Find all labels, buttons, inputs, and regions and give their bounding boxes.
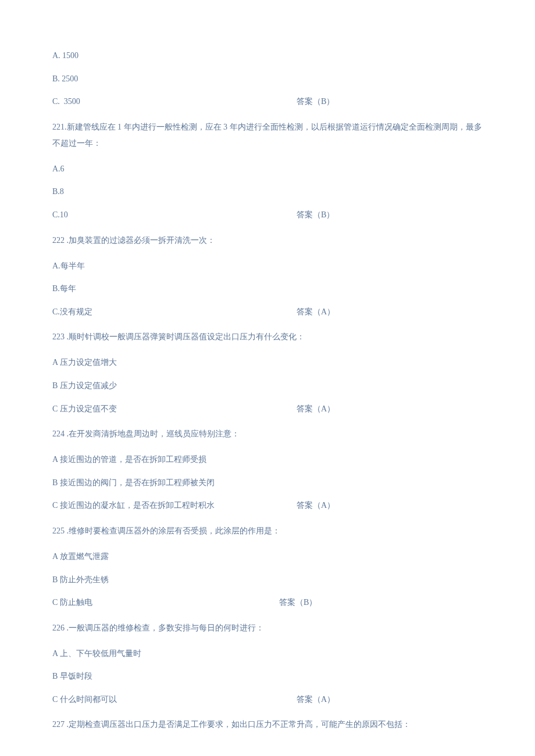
q226-option-a: A 上、下午较低用气量时 <box>52 648 483 660</box>
q221-option-b: B.8 <box>52 186 483 198</box>
q225-stem: 225 .维修时要检查调压器外的涂层有否受损，此涂层的作用是： <box>52 523 483 539</box>
prev-option-c: C. 3500 <box>52 96 297 108</box>
q223-option-a: A 压力设定值增大 <box>52 357 483 368</box>
q221-option-c: C.10 <box>52 209 297 221</box>
q222-stem: 222 .加臭装置的过滤器必须一拆开清洗一次： <box>52 232 483 249</box>
q222-option-b: B.每年 <box>52 283 483 295</box>
prev-option-a: A. 1500 <box>52 50 483 62</box>
q221-option-a: A.6 <box>52 163 483 175</box>
q224-option-c-row: C 接近围边的凝水缸，是否在拆卸工程时积水 答案（A） <box>52 500 483 511</box>
q223-answer: 答案（A） <box>297 403 335 415</box>
document-page: A. 1500 B. 2500 C. 3500 答案（B） 221.新建管线应在… <box>0 0 535 756</box>
q225-option-c: C 防止触电 <box>52 597 279 608</box>
prev-option-c-row: C. 3500 答案（B） <box>52 96 483 108</box>
q223-option-c: C 压力设定值不变 <box>52 403 297 415</box>
q226-option-b: B 早饭时段 <box>52 671 483 682</box>
q224-answer: 答案（A） <box>297 500 335 511</box>
q225-option-c-row: C 防止触电 答案（B） <box>52 597 483 608</box>
q226-answer: 答案（A） <box>297 694 335 705</box>
q227-stem: 227 .定期检查调压器出口压力是否满足工作要求，如出口压力不正常升高，可能产生… <box>52 716 483 733</box>
q221-option-c-row: C.10 答案（B） <box>52 209 483 221</box>
q226-option-c-row: C 什么时间都可以 答案（A） <box>52 694 483 705</box>
q222-option-c: C.没有规定 <box>52 306 297 318</box>
q225-option-b: B 防止外壳生锈 <box>52 574 483 586</box>
q224-option-c: C 接近围边的凝水缸，是否在拆卸工程时积水 <box>52 500 262 511</box>
q226-option-c: C 什么时间都可以 <box>52 694 297 705</box>
q223-option-c-row: C 压力设定值不变 答案（A） <box>52 403 483 415</box>
q221-answer: 答案（B） <box>297 209 334 221</box>
q225-answer: 答案（B） <box>279 597 317 608</box>
prev-option-b: B. 2500 <box>52 73 483 85</box>
q224-stem: 224 .在开发商清拆地盘周边时，巡线员应特别注意： <box>52 426 483 442</box>
q224-option-a: A 接近围边的管道，是否在拆卸工程师受损 <box>52 454 483 465</box>
q222-option-a: A.每半年 <box>52 260 483 272</box>
q222-option-c-row: C.没有规定 答案（A） <box>52 306 483 318</box>
q224-option-b: B 接近围边的阀门，是否在拆卸工程师被关闭 <box>52 477 483 489</box>
q225-option-a: A 放置燃气泄露 <box>52 551 483 562</box>
prev-answer: 答案（B） <box>297 96 334 108</box>
q223-option-b: B 压力设定值减少 <box>52 380 483 392</box>
q221-stem: 221.新建管线应在 1 年内进行一般性检测，应在 3 年内进行全面性检测，以后… <box>52 119 483 152</box>
q223-stem: 223 .顺时针调校一般调压器弹簧时调压器值设定出口压力有什么变化： <box>52 329 483 345</box>
q226-stem: 226 .一般调压器的维修检查，多数安排与每日的何时进行： <box>52 620 483 636</box>
q222-answer: 答案（A） <box>297 306 335 318</box>
